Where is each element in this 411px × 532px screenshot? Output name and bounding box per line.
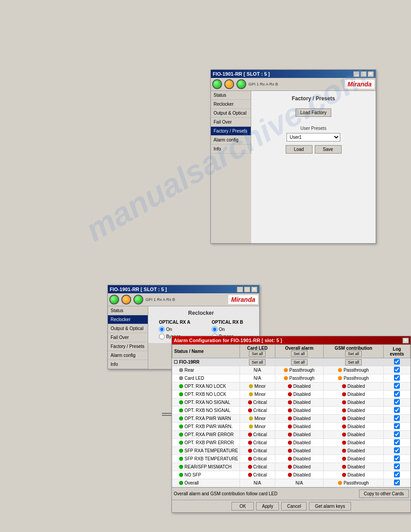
load-button[interactable]: Load xyxy=(286,145,313,154)
table-row: SFP RXA TEMPERATURE Critical Disabled Di… xyxy=(172,447,411,455)
sidebar-item-reclocker[interactable]: Reclocker xyxy=(211,100,251,109)
log-checkbox[interactable] xyxy=(394,472,400,477)
table-row: ☐ FIO-19RR Set allSet allSet all xyxy=(172,358,411,366)
rec-sidebar-status[interactable]: Status xyxy=(108,306,148,315)
reclocker-titlebar-buttons: _ □ ✕ xyxy=(237,287,257,292)
alarm-row-gsm: Disabled xyxy=(324,407,384,415)
rec-sidebar-failover[interactable]: Fail Over xyxy=(108,333,148,342)
log-checkbox[interactable] xyxy=(394,375,400,381)
preset-dropdown[interactable]: User1 xyxy=(287,133,340,142)
row-set-all-overall[interactable]: Set all xyxy=(291,359,308,365)
alarm-row-log[interactable] xyxy=(384,463,411,471)
reclocker-minimize-btn[interactable]: _ xyxy=(237,287,243,292)
alarm-row-name: OPT. RXB NO LOCK xyxy=(172,390,240,399)
sidebar-item-alarm[interactable]: Alarm config xyxy=(211,136,251,145)
alarm-row-log[interactable] xyxy=(384,471,411,479)
alarm-row-name: OPT. RXA NO SIGNAL xyxy=(172,399,240,407)
sidebar-item-failover[interactable]: Fail Over xyxy=(211,118,251,127)
save-button[interactable]: Save xyxy=(315,145,342,154)
copy-to-other-cards-btn[interactable]: Copy to other Cards xyxy=(359,489,409,498)
alarm-row-overall: Disabled xyxy=(275,399,323,407)
alarm-footer: Overall alarm and GSM contribution follo… xyxy=(172,487,411,500)
icon-label: GPI 1 Rx A Rx B xyxy=(248,82,278,86)
alarm-row-log[interactable] xyxy=(384,415,411,423)
log-checkbox[interactable] xyxy=(394,455,400,461)
alarm-row-log[interactable] xyxy=(384,374,411,382)
sidebar-item-factory[interactable]: Factory / Presets xyxy=(211,127,251,136)
log-checkbox[interactable] xyxy=(394,463,400,469)
alarm-table-container: Status / Name Card LED Set all Overall a… xyxy=(172,344,411,487)
alarm-row-overall: Disabled xyxy=(275,390,323,399)
rec-sidebar-reclocker[interactable]: Reclocker xyxy=(108,315,148,324)
set-all-overall-btn[interactable]: Set all xyxy=(291,351,308,357)
get-alarm-keys-button[interactable]: Get alarm keys xyxy=(309,502,351,511)
optical-rx-a-on-radio[interactable] xyxy=(159,326,165,332)
alarm-row-overall: Disabled xyxy=(275,447,323,455)
reclocker-restore-btn[interactable]: □ xyxy=(244,287,250,292)
rec-sidebar-info[interactable]: Info xyxy=(108,360,148,369)
alarm-row-log[interactable] xyxy=(384,358,411,366)
table-row: OPT. RXA PWR WARN Minor Disabled Disable… xyxy=(172,415,411,423)
log-checkbox[interactable] xyxy=(394,480,400,485)
load-factory-button[interactable]: Load Factory xyxy=(295,108,331,117)
restore-btn[interactable]: □ xyxy=(360,71,367,77)
optical-rx-b-on-label: On xyxy=(219,327,225,332)
alarm-row-log[interactable] xyxy=(384,382,411,390)
sidebar-item-output[interactable]: Output & Optical xyxy=(211,109,251,118)
alarm-row-log[interactable] xyxy=(384,366,411,374)
table-row: OPT. RXB PWR ERROR Critical Disabled Dis… xyxy=(172,439,411,447)
log-checkbox[interactable] xyxy=(394,447,400,453)
alarm-row-name: OPT. RXA PWR ERROR xyxy=(172,431,240,439)
optical-rx-b-on-radio[interactable] xyxy=(212,326,218,332)
alarm-row-log[interactable] xyxy=(384,447,411,455)
sidebar-item-info[interactable]: Info xyxy=(211,145,251,154)
log-checkbox[interactable] xyxy=(394,431,400,437)
row-set-all-cardled[interactable]: Set all xyxy=(249,359,265,365)
user-presets-label: User Presets xyxy=(256,126,371,131)
alarm-row-log[interactable] xyxy=(384,399,411,407)
apply-button[interactable]: Apply xyxy=(256,502,279,511)
table-row: OPT. RXB PWR WARN. Minor Disabled Disabl… xyxy=(172,423,411,431)
table-row: Card LED N/A Passthrough Passthrough xyxy=(172,374,411,382)
alarm-row-log[interactable] xyxy=(384,479,411,487)
close-btn[interactable]: ✕ xyxy=(368,71,374,77)
log-checkbox[interactable] xyxy=(394,407,400,413)
col-gsm: GSM contribution Set all xyxy=(324,345,384,358)
alarm-row-gsm: Disabled xyxy=(324,463,384,471)
set-all-gsm-btn[interactable]: Set all xyxy=(345,351,362,357)
alarm-row-log[interactable] xyxy=(384,407,411,415)
alarm-row-name: SFP RXA TEMPERATURE xyxy=(172,447,240,455)
log-checkbox[interactable] xyxy=(394,399,400,405)
minimize-btn[interactable]: _ xyxy=(353,71,360,77)
alarm-row-log[interactable] xyxy=(384,423,411,431)
alarm-row-log[interactable] xyxy=(384,390,411,399)
ok-button[interactable]: OK xyxy=(231,502,254,511)
set-all-cardled-btn[interactable]: Set all xyxy=(249,351,265,357)
rec-sidebar-factory[interactable]: Factory / Presets xyxy=(108,342,148,351)
optical-rx-a-bypass-radio[interactable] xyxy=(159,334,165,339)
rec-sidebar-output[interactable]: Output & Optical xyxy=(108,324,148,333)
log-checkbox[interactable] xyxy=(394,415,400,421)
alarm-close-btn[interactable]: ✕ xyxy=(402,338,409,343)
rec-sidebar-alarm[interactable]: Alarm config xyxy=(108,351,148,360)
alarm-row-log[interactable] xyxy=(384,439,411,447)
log-checkbox[interactable] xyxy=(394,439,400,445)
table-row: OPT. RXA PWR ERROR Critical Disabled Dis… xyxy=(172,431,411,439)
factory-presets-window: FIO-1901-RR [ SLOT : 5 ] _ □ ✕ GPI 1 Rx … xyxy=(210,69,376,244)
log-checkbox[interactable] xyxy=(394,391,400,397)
top-icons-bar: GPI 1 Rx A Rx B Miranda xyxy=(211,78,376,91)
alarm-row-log[interactable] xyxy=(384,431,411,439)
log-checkbox[interactable] xyxy=(394,359,400,365)
reclocker-close-btn[interactable]: ✕ xyxy=(251,287,257,292)
status-icon-3 xyxy=(236,79,246,89)
sidebar-item-status[interactable]: Status xyxy=(211,91,251,100)
alarm-row-name: OPT. RXB PWR WARN. xyxy=(172,423,240,431)
alarm-row-cardled: Critical xyxy=(240,463,275,471)
alarm-row-log[interactable] xyxy=(384,455,411,463)
log-checkbox[interactable] xyxy=(394,383,400,389)
factory-presets-content: Factory / Presets Load Factory User Pres… xyxy=(251,91,376,243)
log-checkbox[interactable] xyxy=(394,423,400,429)
log-checkbox[interactable] xyxy=(394,367,400,373)
row-set-all-gsm[interactable]: Set all xyxy=(345,359,362,365)
cancel-button[interactable]: Cancel xyxy=(281,502,307,511)
